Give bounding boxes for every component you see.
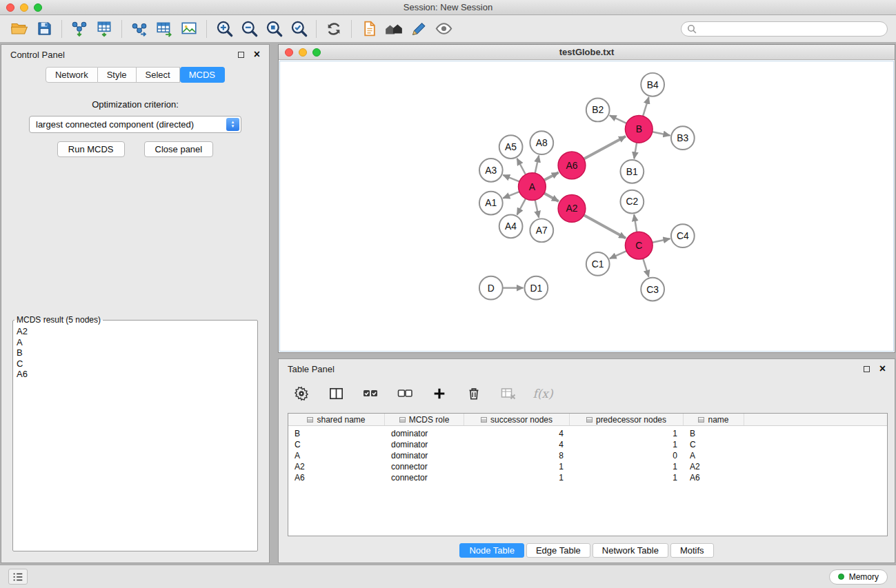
zoom-frame-button[interactable]	[312, 48, 321, 57]
node-B3[interactable]: B3	[671, 126, 695, 150]
node-A7[interactable]: A7	[530, 219, 553, 242]
close-window-button[interactable]	[6, 3, 14, 12]
float-panel-icon[interactable]	[238, 52, 244, 58]
minimize-frame-button[interactable]	[299, 48, 307, 57]
node-B2[interactable]: B2	[586, 99, 610, 122]
zoom-out-button[interactable]	[237, 18, 261, 40]
annotation-style-button[interactable]	[406, 18, 431, 40]
node-B4[interactable]: B4	[641, 73, 664, 97]
node-A5[interactable]: A5	[499, 135, 523, 159]
edge-A6-B[interactable]	[584, 136, 626, 159]
table-row[interactable]: Adominator80A	[288, 450, 887, 461]
plus-icon	[432, 386, 447, 401]
criterion-dropdown[interactable]: largest connected component (directed) ▲…	[29, 116, 241, 133]
edge-A-A2[interactable]	[544, 193, 559, 201]
export-network-button[interactable]	[127, 18, 152, 40]
close-frame-button[interactable]	[285, 48, 293, 57]
close-table-panel-icon[interactable]: ×	[879, 363, 886, 374]
tab-node-table[interactable]: Node Table	[459, 543, 524, 558]
edge-A-A7[interactable]	[535, 200, 539, 218]
node-C2[interactable]: C2	[620, 190, 644, 214]
open-session-button[interactable]	[7, 18, 32, 40]
run-mcds-button[interactable]: Run MCDS	[57, 141, 125, 157]
zoom-in-button[interactable]	[212, 18, 237, 40]
delete-column-button[interactable]	[465, 385, 483, 403]
node-A1[interactable]: A1	[479, 192, 503, 215]
add-column-button[interactable]	[430, 385, 448, 403]
table-row[interactable]: A6connector11A6	[288, 472, 887, 483]
node-B1[interactable]: B1	[620, 160, 644, 183]
column-header-predecessor-nodes[interactable]: predecessor nodes	[570, 414, 684, 425]
tab-edge-table[interactable]: Edge Table	[526, 543, 590, 558]
column-header-MCDS-role[interactable]: MCDS role	[385, 414, 464, 425]
table-row[interactable]: Bdominator41B	[288, 428, 887, 439]
memory-button[interactable]: Memory	[829, 569, 888, 585]
edge-A-A6[interactable]	[544, 172, 559, 180]
float-table-panel-icon[interactable]	[864, 366, 870, 372]
edge-A2-C[interactable]	[584, 215, 626, 238]
edge-B-B2[interactable]	[610, 115, 627, 123]
column-header-name[interactable]: name	[684, 414, 744, 425]
node-A8[interactable]: A8	[530, 131, 553, 154]
node-C3[interactable]: C3	[641, 278, 664, 301]
edge-C-C3[interactable]	[643, 258, 648, 277]
edge-A-A3[interactable]	[503, 175, 519, 181]
zoom-fit-button[interactable]	[261, 18, 286, 40]
close-panel-button[interactable]: Close panel	[144, 141, 214, 157]
table-row[interactable]: Cdominator41C	[288, 439, 887, 450]
node-A2[interactable]: A2	[558, 195, 586, 223]
tab-network[interactable]: Network	[46, 67, 98, 83]
import-table-button[interactable]	[92, 18, 117, 40]
edge-A-A5[interactable]	[517, 159, 526, 174]
tab-motifs[interactable]: Motifs	[670, 543, 714, 558]
edge-A-A4[interactable]	[517, 199, 526, 214]
network-canvas[interactable]: B4B2BB3A5A8A6B1A3AC2A1A2A4A7C4CC1C3DD1	[280, 61, 893, 351]
edge-B-B1[interactable]	[634, 143, 637, 159]
refresh-layout-button[interactable]	[321, 18, 346, 40]
node-C[interactable]: C	[625, 232, 653, 259]
deselect-all-button[interactable]	[396, 385, 414, 403]
node-D[interactable]: D	[479, 276, 503, 300]
tab-select[interactable]: Select	[137, 67, 180, 83]
zoom-window-button[interactable]	[34, 3, 42, 12]
import-network-button[interactable]	[67, 18, 92, 40]
save-session-button[interactable]	[32, 18, 57, 40]
node-D1[interactable]: D1	[524, 276, 548, 300]
close-panel-icon[interactable]: ×	[254, 49, 260, 60]
column-header-shared-name[interactable]: shared name	[288, 414, 385, 425]
tab-mcds[interactable]: MCDS	[180, 67, 225, 83]
show-hide-button[interactable]	[431, 18, 456, 40]
node-C4[interactable]: C4	[671, 224, 695, 247]
minimize-window-button[interactable]	[20, 3, 28, 12]
edge-C-C2[interactable]	[634, 214, 637, 232]
tab-style[interactable]: Style	[98, 67, 137, 83]
select-all-button[interactable]	[361, 385, 379, 403]
export-image-button[interactable]	[177, 18, 201, 40]
node-A4[interactable]: A4	[499, 214, 523, 238]
network-overview-button[interactable]	[381, 18, 406, 40]
show-panels-button[interactable]	[8, 569, 28, 585]
edge-B-B3[interactable]	[653, 132, 670, 135]
table-row[interactable]: A2connector11A2	[288, 461, 887, 472]
search-input[interactable]	[700, 24, 882, 34]
function-builder-button[interactable]: f(x)	[534, 385, 552, 403]
node-A3[interactable]: A3	[479, 159, 503, 182]
edge-A-A8[interactable]	[535, 156, 539, 174]
show-columns-button[interactable]	[327, 385, 345, 403]
edge-C-C1[interactable]	[610, 251, 626, 258]
node-A[interactable]: A	[519, 173, 546, 201]
delete-table-button[interactable]	[499, 385, 517, 403]
search-field[interactable]	[681, 21, 888, 37]
edge-B-B4[interactable]	[643, 97, 648, 116]
node-A6[interactable]: A6	[558, 152, 586, 179]
zoom-selected-button[interactable]	[286, 18, 311, 40]
edge-A-A1[interactable]	[503, 192, 519, 198]
export-table-button[interactable]	[152, 18, 177, 40]
session-file-button[interactable]	[357, 18, 381, 40]
tab-network-table[interactable]: Network Table	[593, 543, 668, 558]
edge-C-C4[interactable]	[653, 239, 670, 243]
table-settings-button[interactable]	[292, 385, 310, 403]
node-C1[interactable]: C1	[586, 252, 610, 276]
column-header-successor-nodes[interactable]: successor nodes	[464, 414, 570, 425]
node-B[interactable]: B	[625, 115, 653, 143]
